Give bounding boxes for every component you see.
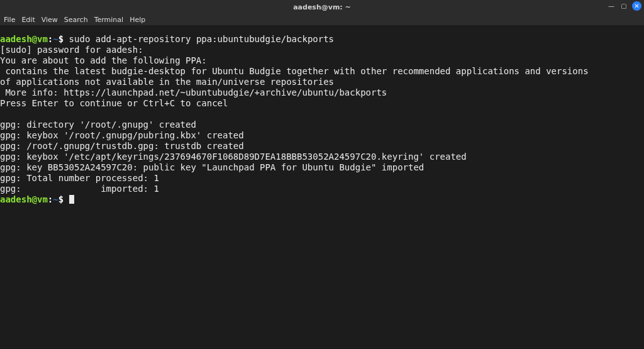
- menu-help[interactable]: Help: [130, 16, 145, 24]
- terminal-line: gpg: directory '/root/.gnupg' created: [0, 119, 196, 130]
- terminal-line: Press Enter to continue or Ctrl+C to can…: [0, 98, 228, 108]
- terminal-line: gpg: keybox '/root/.gnupg/pubring.kbx' c…: [0, 130, 244, 140]
- menu-file[interactable]: File: [4, 16, 15, 24]
- terminal-line: contains the latest budgie-desktop for U…: [0, 66, 589, 76]
- maximize-button[interactable]: ▢: [619, 2, 628, 11]
- terminal-line: More info: https://launchpad.net/~ubuntu…: [0, 87, 387, 97]
- terminal-line: [sudo] password for aadesh:: [0, 45, 143, 55]
- minimize-button[interactable]: —: [607, 2, 616, 11]
- window-controls: — ▢ ✕: [607, 1, 641, 11]
- titlebar: aadesh@vm: ~ — ▢ ✕: [0, 0, 644, 14]
- prompt-dollar: $: [58, 194, 64, 204]
- terminal-area[interactable]: aadesh@vm:~$ sudo add-apt-repository ppa…: [0, 34, 644, 349]
- menubar: File Edit View Search Terminal Help: [0, 14, 644, 25]
- prompt-path: ~: [53, 34, 58, 44]
- prompt-userhost: aadesh@vm: [0, 34, 48, 44]
- terminal-line: gpg: Total number processed: 1: [0, 173, 159, 183]
- menu-terminal[interactable]: Terminal: [94, 16, 124, 24]
- window-title: aadesh@vm: ~: [0, 3, 644, 11]
- menu-view[interactable]: View: [42, 16, 58, 24]
- prompt-path: ~: [53, 194, 58, 204]
- prompt-dollar: $: [58, 34, 64, 44]
- terminal-line: You are about to add the following PPA:: [0, 55, 207, 65]
- terminal-line: gpg: key BB53052A24597C20: public key "L…: [0, 162, 424, 172]
- close-button[interactable]: ✕: [632, 1, 641, 11]
- menu-edit[interactable]: Edit: [21, 16, 35, 24]
- terminal-line: of applications not available in the mai…: [0, 77, 334, 87]
- terminal-line: gpg: keybox '/etc/apt/keyrings/237694670…: [0, 152, 467, 162]
- prompt-userhost: aadesh@vm: [0, 194, 48, 204]
- terminal-cursor: [69, 195, 74, 204]
- menu-search[interactable]: Search: [64, 16, 88, 24]
- command-1: sudo add-apt-repository ppa:ubuntubudgie…: [64, 34, 334, 44]
- terminal-line: gpg: imported: 1: [0, 184, 159, 194]
- terminal-line: gpg: /root/.gnupg/trustdb.gpg: trustdb c…: [0, 141, 244, 151]
